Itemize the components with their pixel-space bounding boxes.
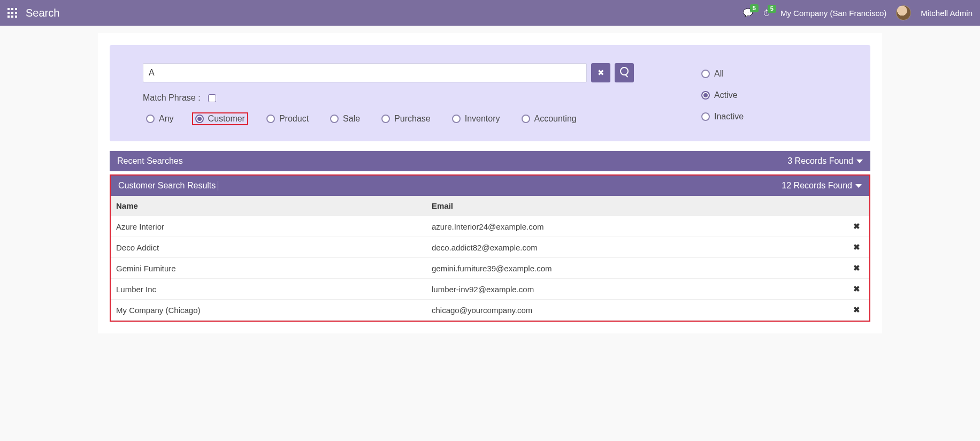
- match-phrase-label: Match Phrase :: [143, 93, 201, 103]
- match-phrase-checkbox[interactable]: [208, 94, 216, 102]
- radio-label: Any: [159, 114, 174, 124]
- col-name: Name: [111, 196, 426, 216]
- radio-icon: [195, 115, 204, 123]
- radio-label: Sale: [343, 114, 360, 124]
- category-radio-product[interactable]: Product: [263, 112, 312, 125]
- cell-actions: ✖: [844, 258, 869, 279]
- avatar[interactable]: [896, 5, 911, 20]
- status-radio-inactive[interactable]: Inactive: [698, 110, 837, 123]
- apps-icon[interactable]: [7, 8, 17, 18]
- status-radio-group: AllActiveInactive: [698, 63, 837, 125]
- messages-button[interactable]: 5: [743, 8, 753, 18]
- category-radio-any[interactable]: Any: [143, 112, 177, 125]
- table-row[interactable]: Lumber Inclumber-inv92@example.com✖: [111, 279, 869, 300]
- radio-icon: [701, 70, 710, 78]
- radio-label: Purchase: [394, 114, 431, 124]
- cell-name: Deco Addict: [111, 237, 426, 258]
- table-row[interactable]: Azure Interiorazure.Interior24@example.c…: [111, 216, 869, 237]
- table-row[interactable]: Deco Addictdeco.addict82@example.com✖: [111, 237, 869, 258]
- app-title[interactable]: Search: [26, 7, 59, 19]
- recent-searches-bar[interactable]: Recent Searches 3 Records Found: [110, 151, 870, 171]
- category-radio-purchase[interactable]: Purchase: [378, 112, 434, 125]
- radio-label: Inventory: [465, 114, 500, 124]
- cell-actions: ✖: [844, 279, 869, 300]
- category-radio-accounting[interactable]: Accounting: [518, 112, 580, 125]
- delete-row-button[interactable]: ✖: [853, 284, 860, 293]
- text-cursor: [218, 181, 218, 191]
- cell-actions: ✖: [844, 237, 869, 258]
- recent-title: Recent Searches: [117, 156, 183, 166]
- topbar: Search 5 5 My Company (San Francisco) Mi…: [0, 0, 980, 26]
- search-input[interactable]: [143, 63, 587, 82]
- cell-actions: ✖: [844, 216, 869, 237]
- table-row[interactable]: Gemini Furnituregemini.furniture39@examp…: [111, 258, 869, 279]
- cell-name: Azure Interior: [111, 216, 426, 237]
- delete-row-button[interactable]: ✖: [853, 263, 860, 272]
- activities-button[interactable]: 5: [763, 9, 771, 18]
- cell-email: deco.addict82@example.com: [426, 237, 844, 258]
- radio-label: Inactive: [714, 112, 744, 121]
- results-title: Customer Search Results: [118, 181, 216, 191]
- status-radio-active[interactable]: Active: [698, 89, 837, 102]
- chevron-down-icon: [856, 159, 863, 163]
- chevron-down-icon: [855, 184, 862, 188]
- radio-icon: [522, 115, 530, 123]
- category-radio-customer[interactable]: Customer: [192, 112, 248, 125]
- radio-icon: [381, 115, 390, 123]
- activities-badge: 5: [768, 5, 776, 13]
- radio-icon: [452, 115, 461, 123]
- results-count: 12 Records Found: [782, 181, 852, 191]
- search-button[interactable]: [615, 63, 634, 82]
- radio-label: Active: [714, 90, 738, 100]
- cell-email: gemini.furniture39@example.com: [426, 258, 844, 279]
- cell-email: lumber-inv92@example.com: [426, 279, 844, 300]
- radio-icon: [146, 115, 155, 123]
- radio-label: Customer: [208, 114, 245, 124]
- search-panel: Match Phrase : AnyCustomerProductSalePur…: [110, 45, 870, 141]
- radio-label: Product: [279, 114, 309, 124]
- category-radio-sale[interactable]: Sale: [327, 112, 363, 125]
- radio-icon: [701, 112, 710, 121]
- delete-row-button[interactable]: ✖: [853, 242, 860, 252]
- delete-row-button[interactable]: ✖: [853, 305, 860, 314]
- cell-email: azure.Interior24@example.com: [426, 216, 844, 237]
- radio-label: All: [714, 69, 724, 79]
- results-bar[interactable]: Customer Search Results 12 Records Found: [111, 176, 869, 196]
- delete-row-button[interactable]: ✖: [853, 222, 860, 231]
- radio-icon: [330, 115, 339, 123]
- table-row[interactable]: My Company (Chicago)chicago@yourcompany.…: [111, 300, 869, 321]
- close-icon: [598, 68, 604, 78]
- category-radio-group: AnyCustomerProductSalePurchaseInventoryA…: [143, 112, 634, 125]
- radio-icon: [701, 91, 710, 100]
- cell-email: chicago@yourcompany.com: [426, 300, 844, 321]
- clear-button[interactable]: [591, 63, 610, 82]
- cell-name: Gemini Furniture: [111, 258, 426, 279]
- cell-name: Lumber Inc: [111, 279, 426, 300]
- company-selector[interactable]: My Company (San Francisco): [780, 9, 886, 18]
- category-radio-inventory[interactable]: Inventory: [449, 112, 503, 125]
- col-actions: [844, 196, 869, 216]
- cell-actions: ✖: [844, 300, 869, 321]
- messages-badge: 5: [750, 4, 759, 12]
- radio-label: Accounting: [534, 114, 577, 124]
- status-radio-all[interactable]: All: [698, 67, 837, 80]
- search-icon: [620, 67, 629, 79]
- page: Match Phrase : AnyCustomerProductSalePur…: [98, 33, 882, 333]
- recent-count: 3 Records Found: [787, 156, 853, 166]
- user-menu[interactable]: Mitchell Admin: [921, 9, 973, 18]
- col-email: Email: [426, 196, 844, 216]
- cell-name: My Company (Chicago): [111, 300, 426, 321]
- results-table: Name Email Azure Interiorazure.Interior2…: [111, 196, 869, 321]
- radio-icon: [266, 115, 275, 123]
- results-wrap: Customer Search Results 12 Records Found…: [110, 174, 870, 322]
